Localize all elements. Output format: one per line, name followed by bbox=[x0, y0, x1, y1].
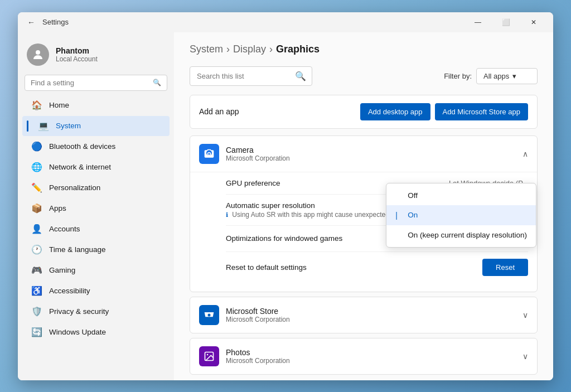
sidebar-item-home[interactable]: 🏠 Home bbox=[22, 95, 170, 115]
sidebar-item-privacy-label: Privacy & security bbox=[49, 307, 109, 316]
search-list-box[interactable]: 🔍 bbox=[190, 66, 312, 86]
gaming-icon: 🎮 bbox=[31, 265, 42, 276]
sidebar-item-system-label: System bbox=[56, 122, 81, 130]
search-list-icon: 🔍 bbox=[295, 71, 306, 81]
dropdown-option-on[interactable]: | On bbox=[386, 205, 536, 225]
auto-sr-sub: ℹ Using Auto SR with this app might caus… bbox=[226, 211, 413, 219]
auto-sr-info: Automatic super resolution ℹ Using Auto … bbox=[226, 201, 413, 219]
svg-point-2 bbox=[207, 354, 209, 355]
find-search-icon: 🔍 bbox=[153, 79, 161, 86]
home-icon: 🏠 bbox=[31, 100, 42, 111]
camera-chevron-icon: ∧ bbox=[522, 149, 528, 158]
sidebar-item-home-label: Home bbox=[49, 101, 69, 109]
back-button[interactable]: ← bbox=[25, 16, 38, 29]
sidebar-item-bluetooth-label: Bluetooth & devices bbox=[49, 142, 115, 151]
time-icon: 🕐 bbox=[31, 244, 42, 255]
sidebar-item-system[interactable]: 💻 System bbox=[22, 116, 170, 136]
sidebar: Phantom Local Account 🔍 🏠 Home 💻 System … bbox=[18, 32, 174, 380]
add-app-bar: Add an app Add desktop app Add Microsoft… bbox=[190, 95, 538, 129]
active-indicator bbox=[27, 120, 28, 132]
dropdown-option-on-current[interactable]: On (keep current display resolution) bbox=[386, 225, 536, 245]
sidebar-item-accessibility-label: Accessibility bbox=[49, 287, 90, 295]
bluetooth-icon: 🔵 bbox=[31, 141, 42, 152]
svg-point-0 bbox=[36, 50, 40, 55]
photos-app-header-left: Photos Microsoft Corporation bbox=[199, 346, 290, 366]
sidebar-item-apps-label: Apps bbox=[49, 204, 66, 212]
store-app-info: Microsoft Store Microsoft Corporation bbox=[226, 307, 290, 323]
photos-chevron-icon: ∨ bbox=[522, 352, 528, 361]
user-info: Phantom Local Account bbox=[56, 46, 98, 63]
content-area: Phantom Local Account 🔍 🏠 Home 💻 System … bbox=[18, 32, 553, 380]
sidebar-item-accounts-label: Accounts bbox=[49, 225, 80, 233]
store-app-name: Microsoft Store bbox=[226, 307, 290, 316]
network-icon: 🌐 bbox=[31, 162, 42, 173]
store-app-header-left: Microsoft Store Microsoft Corporation bbox=[199, 305, 290, 325]
filter-dropdown[interactable]: All apps ▾ bbox=[476, 68, 538, 84]
sidebar-item-update[interactable]: 🔄 Windows Update bbox=[22, 322, 170, 342]
breadcrumb: System › Display › Graphics bbox=[190, 43, 538, 55]
accessibility-icon: ♿ bbox=[31, 285, 42, 297]
sidebar-item-gaming[interactable]: 🎮 Gaming bbox=[22, 260, 170, 280]
sidebar-item-accounts[interactable]: 👤 Accounts bbox=[22, 219, 170, 239]
dropdown-on-current-label: On (keep current display resolution) bbox=[408, 231, 527, 239]
toolbar: 🔍 Filter by: All apps ▾ bbox=[190, 66, 538, 86]
sidebar-item-apps[interactable]: 📦 Apps bbox=[22, 199, 170, 219]
dropdown-option-off[interactable]: Off bbox=[386, 186, 536, 205]
add-desktop-app-button[interactable]: Add desktop app bbox=[360, 103, 430, 120]
maximize-button[interactable]: ⬜ bbox=[493, 13, 519, 31]
store-app-icon bbox=[199, 305, 219, 325]
gpu-pref-label: GPU preference bbox=[226, 179, 280, 187]
search-list-input[interactable] bbox=[197, 72, 291, 80]
add-buttons: Add desktop app Add Microsoft Store app bbox=[360, 103, 528, 120]
sidebar-item-bluetooth[interactable]: 🔵 Bluetooth & devices bbox=[22, 137, 170, 157]
filter-chevron-icon: ▾ bbox=[512, 72, 516, 80]
auto-sr-label: Automatic super resolution bbox=[226, 201, 413, 210]
filter-value: All apps bbox=[483, 72, 509, 80]
breadcrumb-sep1: › bbox=[226, 43, 230, 55]
store-app-header[interactable]: Microsoft Store Microsoft Corporation ∨ bbox=[190, 297, 537, 333]
breadcrumb-system: System bbox=[190, 43, 223, 55]
sidebar-item-privacy[interactable]: 🛡️ Privacy & security bbox=[22, 302, 170, 322]
sidebar-item-network[interactable]: 🌐 Network & internet bbox=[22, 157, 170, 177]
user-section: Phantom Local Account bbox=[18, 37, 174, 75]
reset-label: Reset to default settings bbox=[226, 263, 307, 272]
sidebar-item-gaming-label: Gaming bbox=[49, 266, 75, 274]
sidebar-item-time-label: Time & language bbox=[49, 245, 106, 254]
camera-app-info: Camera Microsoft Corporation bbox=[226, 146, 290, 162]
breadcrumb-sep2: › bbox=[269, 43, 273, 55]
window-title: Settings bbox=[42, 18, 69, 26]
find-setting-input[interactable] bbox=[31, 79, 148, 87]
info-icon: ℹ bbox=[226, 211, 228, 218]
reset-row: Reset to default settings Reset bbox=[226, 252, 528, 283]
filter-label: Filter by: bbox=[444, 72, 472, 80]
titlebar-left: ← Settings bbox=[25, 16, 69, 29]
dropdown-off-label: Off bbox=[408, 191, 418, 200]
sidebar-item-personalization[interactable]: ✏️ Personalization bbox=[22, 178, 170, 198]
privacy-icon: 🛡️ bbox=[31, 306, 42, 317]
check-on-icon: | bbox=[395, 211, 403, 220]
photos-app-header[interactable]: Photos Microsoft Corporation ∨ bbox=[190, 338, 537, 374]
main-content: System › Display › Graphics 🔍 Filter by:… bbox=[174, 32, 553, 380]
filter-section: Filter by: All apps ▾ bbox=[444, 68, 538, 84]
sidebar-item-time[interactable]: 🕐 Time & language bbox=[22, 240, 170, 260]
sidebar-item-update-label: Windows Update bbox=[49, 328, 106, 336]
add-app-label: Add an app bbox=[199, 107, 239, 116]
titlebar-controls: — ⬜ ✕ bbox=[465, 13, 546, 31]
camera-app-header[interactable]: Camera Microsoft Corporation ∧ bbox=[190, 136, 537, 172]
add-store-app-button[interactable]: Add Microsoft Store app bbox=[435, 103, 528, 120]
opt-label: Optimizations for windowed games bbox=[226, 234, 342, 243]
store-app-card: Microsoft Store Microsoft Corporation ∨ bbox=[190, 297, 538, 333]
photos-app-name: Photos bbox=[226, 348, 290, 357]
close-button[interactable]: ✕ bbox=[521, 13, 546, 31]
store-chevron-icon: ∨ bbox=[522, 311, 528, 320]
sidebar-item-network-label: Network & internet bbox=[49, 163, 111, 171]
sidebar-item-accessibility[interactable]: ♿ Accessibility bbox=[22, 281, 170, 301]
minimize-button[interactable]: — bbox=[465, 13, 491, 31]
find-setting-box[interactable]: 🔍 bbox=[25, 75, 167, 91]
reset-button[interactable]: Reset bbox=[482, 259, 528, 276]
breadcrumb-current: Graphics bbox=[276, 43, 320, 55]
dropdown-on-label: On bbox=[408, 211, 418, 219]
camera-app-corp: Microsoft Corporation bbox=[226, 154, 290, 162]
user-subtitle: Local Account bbox=[56, 55, 98, 63]
photos-app-corp: Microsoft Corporation bbox=[226, 357, 290, 365]
